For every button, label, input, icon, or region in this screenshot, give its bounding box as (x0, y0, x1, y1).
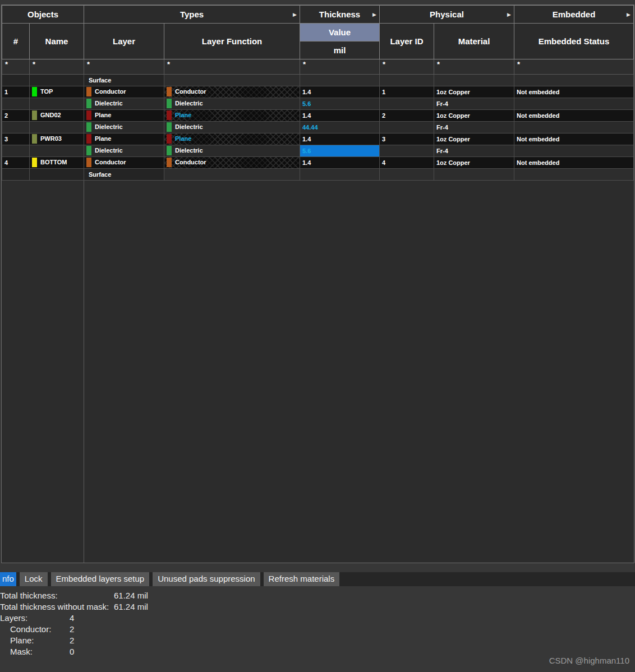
cell-material[interactable]: 1oz Copper (434, 134, 514, 145)
cell-row-number[interactable] (2, 169, 30, 181)
cell-layer-type[interactable]: Conductor (84, 86, 164, 98)
cell-layer-function[interactable]: Plane (164, 134, 300, 145)
cell-layer-id[interactable]: 4 (380, 157, 434, 169)
tab-unused-pads-suppression[interactable]: Unused pads suppression (153, 572, 260, 586)
tab-nfo[interactable]: nfo (0, 572, 16, 586)
column-header-unit[interactable]: mil (300, 42, 380, 59)
cell-layer-name[interactable] (30, 169, 84, 181)
column-header-layer-id[interactable]: Layer ID (380, 24, 434, 59)
cell-layer-type[interactable]: Plane (84, 134, 164, 145)
column-header-embedded-status[interactable]: Embedded Status (514, 24, 634, 59)
cell-material[interactable]: 1oz Copper (434, 157, 514, 169)
cell-embedded-status[interactable] (514, 122, 634, 134)
cell-embedded-status[interactable] (514, 75, 634, 86)
cell-thickness-value[interactable] (300, 169, 380, 181)
cell-layer-type[interactable]: Conductor (84, 157, 164, 169)
cell-layer-name[interactable] (30, 122, 84, 134)
group-header-types[interactable]: Types ▶ (84, 6, 300, 24)
cell-layer-function[interactable]: Dielectric (164, 98, 300, 110)
cell-embedded-status[interactable]: Not embedded (514, 134, 634, 145)
cell-layer-function[interactable]: Dielectric (164, 122, 300, 134)
cell-embedded-status[interactable]: Not embedded (514, 157, 634, 169)
cell-layer-name[interactable] (30, 145, 84, 157)
cell-row-number[interactable]: 2 (2, 110, 30, 122)
cell-row-number[interactable] (2, 122, 30, 134)
column-header-material[interactable]: Material (434, 24, 514, 59)
column-header-name[interactable]: Name (30, 24, 84, 59)
cell-layer-function[interactable]: Conductor (164, 157, 300, 169)
cell-material[interactable] (434, 75, 514, 86)
cell-layer-type[interactable]: Surface (84, 169, 164, 181)
group-header-physical[interactable]: Physical ▶ (380, 6, 514, 24)
cell-row-number[interactable] (2, 98, 30, 110)
cell-layer-type[interactable]: Dielectric (84, 122, 164, 134)
tab-lock[interactable]: Lock (20, 572, 48, 586)
cell-layer-id[interactable]: 3 (380, 134, 434, 145)
cell-embedded-status[interactable]: Not embedded (514, 86, 634, 98)
cell-row-number[interactable] (2, 145, 30, 157)
cell-layer-name[interactable] (30, 98, 84, 110)
cell-embedded-status[interactable] (514, 145, 634, 157)
cell-layer-id[interactable] (380, 98, 434, 110)
cell-layer-type[interactable]: Surface (84, 75, 164, 86)
cell-layer-name[interactable] (30, 75, 84, 86)
column-header-layer[interactable]: Layer (84, 24, 164, 59)
cell-layer-id[interactable] (380, 75, 434, 86)
filter-thickness[interactable]: * (300, 59, 380, 75)
group-header-thickness[interactable]: Thickness ▶ (300, 6, 380, 24)
column-header-num[interactable]: # (2, 24, 30, 59)
filter-embedded-status[interactable]: * (514, 59, 634, 75)
cell-thickness-value[interactable]: 1.4 (300, 134, 380, 145)
filter-num[interactable]: * (2, 59, 30, 75)
cell-layer-type[interactable]: Dielectric (84, 145, 164, 157)
tab-refresh-materials[interactable]: Refresh materials (264, 572, 340, 586)
cell-layer-name[interactable]: BOTTOM (30, 157, 84, 169)
cell-layer-name[interactable]: TOP (30, 86, 84, 98)
column-header-value[interactable]: Value (300, 24, 380, 42)
cell-layer-function[interactable]: Conductor (164, 86, 300, 98)
group-header-embedded[interactable]: Embedded ▶ (514, 6, 634, 24)
layer-color-swatch (167, 134, 172, 144)
column-header-layer-function[interactable]: Layer Function (164, 24, 300, 59)
cell-embedded-status[interactable] (514, 98, 634, 110)
cell-layer-type[interactable]: Dielectric (84, 98, 164, 110)
filter-layer[interactable]: * (84, 59, 164, 75)
cell-material[interactable] (434, 169, 514, 181)
cell-material[interactable]: Fr-4 (434, 98, 514, 110)
cell-material[interactable]: 1oz Copper (434, 110, 514, 122)
group-header-objects[interactable]: Objects ▶ (2, 6, 84, 24)
cell-material[interactable]: Fr-4 (434, 122, 514, 134)
cell-layer-id[interactable]: 2 (380, 110, 434, 122)
cell-layer-type[interactable]: Plane (84, 110, 164, 122)
cell-row-number[interactable]: 3 (2, 134, 30, 145)
cell-row-number[interactable]: 4 (2, 157, 30, 169)
cell-layer-function[interactable]: Dielectric (164, 145, 300, 157)
cell-material[interactable]: Fr-4 (434, 145, 514, 157)
cell-layer-function[interactable] (164, 75, 300, 86)
cell-thickness-value[interactable]: 5.6 (300, 145, 380, 157)
cell-embedded-status[interactable]: Not embedded (514, 110, 634, 122)
tab-embedded-layers-setup[interactable]: Embedded layers setup (51, 572, 150, 586)
cell-thickness-value[interactable]: 1.4 (300, 86, 380, 98)
filter-material[interactable]: * (434, 59, 514, 75)
cell-layer-id[interactable] (380, 169, 434, 181)
cell-thickness-value[interactable]: 5.6 (300, 98, 380, 110)
cell-layer-name[interactable]: GND02 (30, 110, 84, 122)
cell-layer-function[interactable] (164, 169, 300, 181)
cell-layer-function[interactable]: Plane (164, 110, 300, 122)
cell-layer-id[interactable] (380, 145, 434, 157)
cell-layer-id[interactable] (380, 122, 434, 134)
cell-thickness-value[interactable] (300, 75, 380, 86)
filter-layer-function[interactable]: * (164, 59, 300, 75)
cell-material[interactable]: 1oz Copper (434, 86, 514, 98)
cell-thickness-value[interactable]: 1.4 (300, 157, 380, 169)
cell-row-number[interactable]: 1 (2, 86, 30, 98)
cell-row-number[interactable] (2, 75, 30, 86)
cell-embedded-status[interactable] (514, 169, 634, 181)
cell-thickness-value[interactable]: 44.44 (300, 122, 380, 134)
cell-thickness-value[interactable]: 1.4 (300, 110, 380, 122)
cell-layer-name[interactable]: PWR03 (30, 134, 84, 145)
cell-layer-id[interactable]: 1 (380, 86, 434, 98)
filter-name[interactable]: * (30, 59, 84, 75)
filter-layer-id[interactable]: * (380, 59, 434, 75)
